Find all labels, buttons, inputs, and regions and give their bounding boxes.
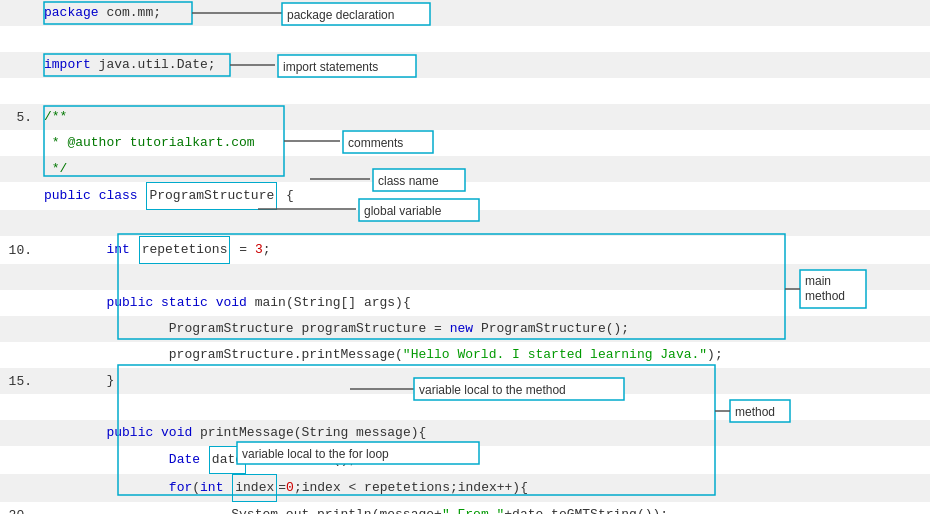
row-1: package com.mm; xyxy=(0,0,930,26)
code-line-1: package com.mm; xyxy=(40,0,930,26)
row-14: programStructure.printMessage("Hello Wor… xyxy=(0,342,930,368)
code-line-20: System.out.println(message+" From "+date… xyxy=(40,502,930,514)
code-blank-1 xyxy=(40,26,930,52)
row-18: Date date = new Date(); xyxy=(0,446,930,474)
code-line-17: public void printMessage(String message)… xyxy=(40,420,930,446)
code-area: package com.mm; import java.util.Date; 5… xyxy=(0,0,930,514)
code-line-19: for(int index=0;index < repetetions;inde… xyxy=(40,474,930,502)
row-13: ProgramStructure programStructure = new … xyxy=(0,316,930,342)
line-num-20: 20. xyxy=(0,508,40,515)
row-19: for(int index=0;index < repetetions;inde… xyxy=(0,474,930,502)
date-var-highlight: date xyxy=(209,446,246,474)
row-12: public static void main(String[] args){ xyxy=(0,290,930,316)
global-var-highlight: repetetions xyxy=(139,236,231,264)
code-line-6: * @author tutorialkart.com xyxy=(40,130,930,156)
code-line-5: /** xyxy=(40,104,930,130)
code-blank-2 xyxy=(40,78,930,104)
code-line-3: import java.util.Date; xyxy=(40,52,930,78)
row-3: import java.util.Date; xyxy=(0,52,930,78)
code-line-12: public static void main(String[] args){ xyxy=(40,290,930,316)
code-blank-4 xyxy=(40,264,930,290)
row-blank-1 xyxy=(0,26,930,52)
row-6: * @author tutorialkart.com xyxy=(0,130,930,156)
line-num-5: 5. xyxy=(0,110,40,125)
row-15: 15. } xyxy=(0,368,930,394)
row-blank-2 xyxy=(0,78,930,104)
line-num-15: 15. xyxy=(0,374,40,389)
code-line-15: } xyxy=(40,368,930,394)
row-10: 10. int repetetions = 3; xyxy=(0,236,930,264)
row-blank-4 xyxy=(0,264,930,290)
code-line-14: programStructure.printMessage("Hello Wor… xyxy=(40,342,930,368)
row-17: public void printMessage(String message)… xyxy=(0,420,930,446)
code-blank-5 xyxy=(40,394,930,420)
code-line-18: Date date = new Date(); xyxy=(40,446,930,474)
row-blank-3 xyxy=(0,210,930,236)
code-line-7: */ xyxy=(40,156,930,182)
row-20: 20. System.out.println(message+" From "+… xyxy=(0,502,930,514)
code-line-10: int repetetions = 3; xyxy=(40,236,930,264)
row-5: 5. /** xyxy=(0,104,930,130)
line-num-10: 10. xyxy=(0,243,40,258)
code-line-8: public class ProgramStructure { xyxy=(40,182,930,210)
class-name-highlight: ProgramStructure xyxy=(146,182,277,210)
row-7: */ xyxy=(0,156,930,182)
row-blank-5 xyxy=(0,394,930,420)
code-line-13: ProgramStructure programStructure = new … xyxy=(40,316,930,342)
index-var-highlight: index xyxy=(232,474,277,502)
code-blank-3 xyxy=(40,210,930,236)
row-8: public class ProgramStructure { xyxy=(0,182,930,210)
